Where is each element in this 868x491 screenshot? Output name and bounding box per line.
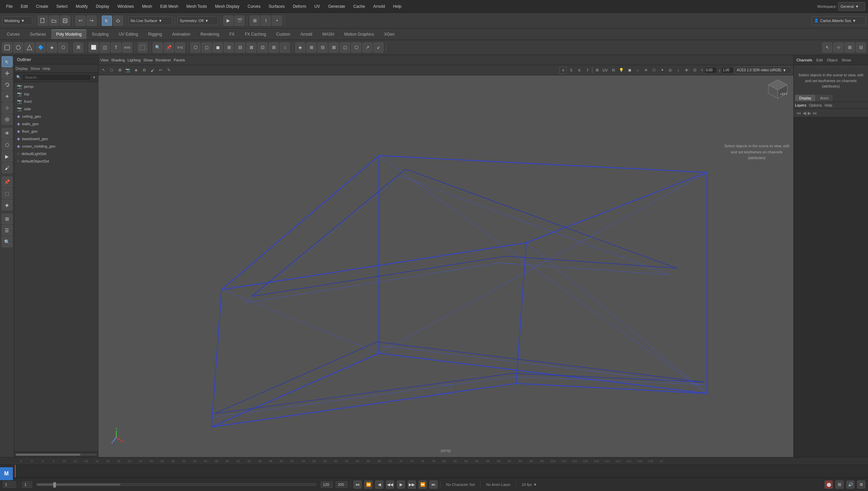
vp-isolate[interactable]: ◈ bbox=[132, 67, 140, 74]
menu-mesh-display[interactable]: Mesh Display bbox=[212, 3, 243, 10]
render-view-button[interactable]: ▶ bbox=[223, 16, 233, 26]
viewport-menu-view[interactable]: View bbox=[100, 58, 109, 62]
shelf-tool-more1[interactable]: ⬡ bbox=[190, 42, 200, 53]
shelf-move-arrows[interactable]: ⊹ bbox=[833, 42, 844, 53]
timeline-ruler[interactable]: 2 4 6 8 10 12 14 16 18 20 22 24 26 28 30… bbox=[0, 457, 868, 465]
select-tool-button[interactable] bbox=[102, 16, 112, 26]
tool-show-hide[interactable]: 👁 bbox=[2, 128, 13, 139]
show-tab-label[interactable]: Show bbox=[842, 58, 851, 62]
go-to-start-button[interactable]: ⏮ bbox=[353, 480, 362, 489]
outliner-menu-display[interactable]: Display bbox=[16, 67, 28, 71]
tool-snap[interactable]: 📌 bbox=[2, 176, 13, 187]
exposure-input[interactable] bbox=[705, 67, 717, 73]
vp-arrow-only[interactable]: ↕ bbox=[675, 67, 682, 74]
workspace-dropdown[interactable]: General ▼ bbox=[838, 2, 865, 11]
autokey-button[interactable]: ⬤ bbox=[825, 480, 833, 489]
current-frame-input[interactable] bbox=[3, 481, 16, 488]
tool-soft-select[interactable] bbox=[2, 114, 13, 125]
shelf-tool-a7[interactable]: ↗ bbox=[362, 42, 372, 53]
vp-arrow-left[interactable]: ↩ bbox=[157, 67, 164, 74]
step-back-button[interactable]: ◀ bbox=[375, 480, 383, 489]
cache-button[interactable]: ⊞ bbox=[835, 480, 844, 489]
vp-hierarchy[interactable]: ⬡ bbox=[108, 67, 115, 74]
vp-shadow[interactable]: ◼ bbox=[626, 67, 633, 74]
shelf-tool-smooth[interactable] bbox=[137, 42, 148, 53]
live-surface-dropdown[interactable]: No Live Surface ▼ bbox=[128, 16, 172, 25]
nav-last[interactable]: ⏭ bbox=[813, 110, 817, 116]
viewport-menu-show[interactable]: Show bbox=[143, 58, 153, 62]
shelf-tool-a2[interactable]: ⊞ bbox=[306, 42, 316, 53]
outliner-item-ceiling[interactable]: ◈ ceiling_geo bbox=[14, 113, 98, 120]
vp-grid[interactable]: ⊞ bbox=[593, 67, 601, 74]
menu-deform[interactable]: Deform bbox=[289, 3, 309, 10]
tab-sculpting[interactable]: Sculpting bbox=[87, 30, 113, 39]
menu-modify[interactable]: Modify bbox=[72, 3, 91, 10]
display-tab[interactable]: Display bbox=[795, 95, 815, 101]
search-dropdown-icon[interactable]: ▼ bbox=[92, 75, 96, 79]
vp-viewport-extra[interactable]: ⊟ bbox=[610, 67, 617, 74]
go-to-end-button[interactable]: ⏭ bbox=[429, 480, 438, 489]
audio-button[interactable]: 🔊 bbox=[846, 480, 854, 489]
view-cube[interactable]: LEFT bbox=[765, 78, 791, 104]
shelf-tool-4[interactable]: 🔷 bbox=[36, 42, 46, 53]
options-tab[interactable]: Options bbox=[809, 103, 822, 107]
tab-motion-graphics[interactable]: Motion Graphics bbox=[340, 30, 379, 39]
shelf-tool-2[interactable] bbox=[13, 42, 23, 53]
tool-paint[interactable]: 🖌 bbox=[2, 163, 13, 173]
vp-mode-4[interactable]: 4 bbox=[559, 67, 567, 74]
nav-prev[interactable]: ◀ bbox=[803, 110, 806, 116]
help-tab[interactable]: Help bbox=[825, 103, 832, 107]
tool-xray[interactable]: ⬚ bbox=[2, 188, 13, 199]
snap-curve-button[interactable]: ⌇ bbox=[261, 16, 271, 26]
new-scene-button[interactable] bbox=[38, 16, 48, 26]
tool-universal[interactable]: ⊹ bbox=[2, 102, 13, 113]
outliner-item-crown-molding[interactable]: ◈ crown_molding_geo bbox=[14, 143, 98, 150]
snap-point-button[interactable]: • bbox=[272, 16, 282, 26]
redo-button[interactable]: ↪ bbox=[86, 16, 97, 26]
play-forward-button[interactable]: ▶ bbox=[397, 480, 405, 489]
fps-display[interactable]: 24 fps ▼ bbox=[519, 482, 540, 487]
object-tab-label[interactable]: Object bbox=[827, 58, 837, 62]
vp-hud[interactable]: ⊡ bbox=[691, 67, 698, 74]
shelf-tool-more2[interactable]: ◻ bbox=[201, 42, 212, 53]
tool-render[interactable]: ▶ bbox=[2, 151, 13, 162]
shelf-grid-select[interactable]: ⊞ bbox=[845, 42, 855, 53]
outliner-item-default-object-set[interactable]: ○ defaultObjectSet bbox=[14, 157, 98, 165]
menu-generate[interactable]: Generate bbox=[325, 3, 348, 10]
channels-tab-label[interactable]: Channels bbox=[796, 58, 812, 62]
symmetry-dropdown[interactable]: Symmetry: Off ▼ bbox=[177, 16, 218, 25]
tab-rigging[interactable]: Rigging bbox=[143, 30, 167, 39]
tab-curves[interactable]: Curves bbox=[2, 30, 24, 39]
nav-next[interactable]: ▶ bbox=[808, 110, 811, 116]
menu-create[interactable]: Create bbox=[33, 3, 52, 10]
shelf-tool-a6[interactable]: ⬡ bbox=[351, 42, 361, 53]
shelf-svg[interactable]: SVG bbox=[122, 42, 132, 53]
shelf-tool-a5[interactable]: ◻ bbox=[340, 42, 350, 53]
prev-keyframe-button[interactable]: ⏪ bbox=[364, 480, 372, 489]
viewport-menu-shading[interactable]: Shading bbox=[111, 58, 125, 62]
tab-uv-editing[interactable]: UV Editing bbox=[114, 30, 143, 39]
snap-grid-button[interactable]: ⊞ bbox=[250, 16, 260, 26]
play-back-button[interactable]: ◀◀ bbox=[386, 480, 394, 489]
shelf-bevel[interactable]: ◫ bbox=[100, 42, 110, 53]
menu-windows[interactable]: Windows bbox=[114, 3, 137, 10]
menu-curves[interactable]: Curves bbox=[244, 3, 264, 10]
tool-move[interactable] bbox=[2, 68, 13, 79]
anim-tab[interactable]: Anim bbox=[816, 95, 833, 101]
menu-arnold[interactable]: Arnold bbox=[370, 3, 388, 10]
nav-first[interactable]: ⏮ bbox=[796, 110, 801, 116]
vp-uv[interactable]: UV bbox=[601, 67, 609, 74]
viewport-menu-panels[interactable]: Panels bbox=[174, 58, 185, 62]
shelf-tool-5[interactable]: ◈ bbox=[47, 42, 57, 53]
next-keyframe-button[interactable]: ⏩ bbox=[419, 480, 427, 489]
no-character-set[interactable]: No Character Set bbox=[443, 482, 478, 487]
shelf-tool-more5[interactable]: ⊟ bbox=[235, 42, 245, 53]
vp-fx[interactable]: ✦ bbox=[658, 67, 666, 74]
vp-camera[interactable]: 📷 bbox=[124, 67, 132, 74]
outliner-scrollbar[interactable] bbox=[14, 452, 98, 457]
menu-edit-mesh[interactable]: Edit Mesh bbox=[157, 3, 181, 10]
save-scene-button[interactable] bbox=[60, 16, 70, 26]
tab-poly-modeling[interactable]: Poly Modeling bbox=[51, 30, 86, 39]
tab-animation[interactable]: Animation bbox=[168, 30, 195, 39]
outliner-item-top[interactable]: 📷 top bbox=[14, 90, 98, 98]
